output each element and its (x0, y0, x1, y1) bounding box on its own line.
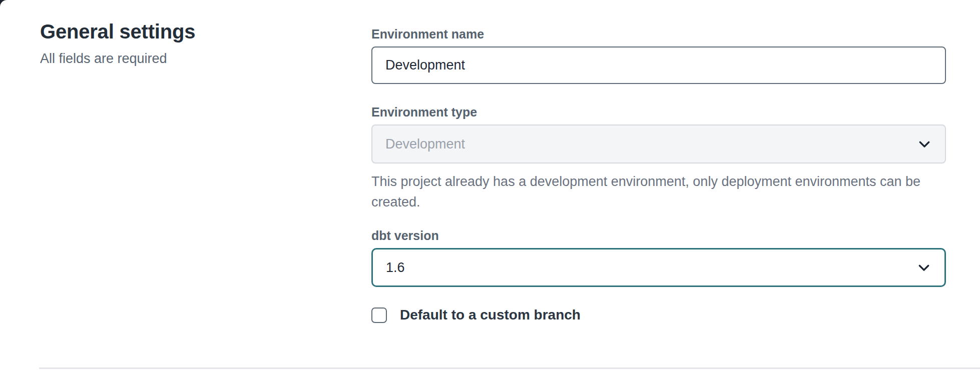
dbt-version-label: dbt version (371, 228, 946, 244)
custom-branch-label[interactable]: Default to a custom branch (400, 307, 581, 323)
environment-type-label: Environment type (371, 104, 946, 120)
environment-type-helper: This project already has a development e… (371, 172, 946, 212)
section-divider (39, 368, 980, 369)
custom-branch-checkbox[interactable] (371, 308, 387, 323)
page-title: General settings (40, 20, 320, 43)
page-subtitle: All fields are required (40, 51, 320, 66)
environment-type-select[interactable]: Development (371, 124, 946, 164)
dbt-version-value: 1.6 (386, 260, 405, 276)
environment-name-input[interactable] (371, 46, 946, 84)
settings-card: General settings All fields are required… (0, 0, 980, 370)
dbt-version-select[interactable]: 1.6 (371, 248, 946, 287)
section-intro: General settings All fields are required (40, 20, 320, 66)
chevron-down-icon (917, 136, 932, 152)
environment-type-value: Development (385, 136, 465, 152)
general-settings-form: Environment name Environment type Develo… (371, 26, 946, 323)
custom-branch-row: Default to a custom branch (371, 307, 946, 323)
environment-name-label: Environment name (371, 26, 946, 42)
chevron-down-icon (916, 260, 931, 275)
